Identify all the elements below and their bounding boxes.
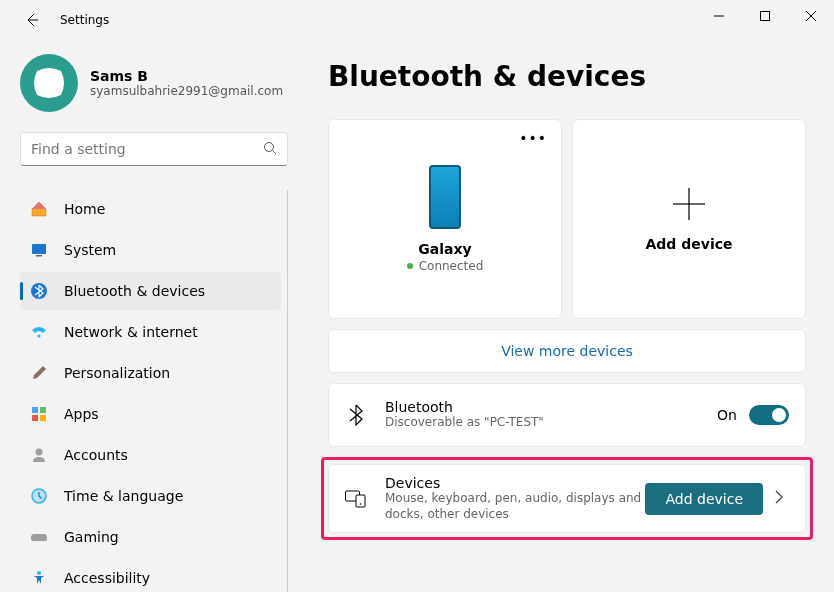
minimize-button[interactable] <box>696 0 742 32</box>
bluetooth-icon <box>345 404 367 426</box>
sidebar-item-label: Accounts <box>64 447 128 463</box>
svg-rect-20 <box>356 495 365 507</box>
sidebar-item-accessibility[interactable]: Accessibility <box>20 559 281 592</box>
sidebar-item-label: Time & language <box>64 488 183 504</box>
brush-icon <box>30 364 48 382</box>
devices-row[interactable]: Devices Mouse, keyboard, pen, audio, dis… <box>328 464 806 533</box>
sidebar-item-gaming[interactable]: Gaming <box>20 518 281 556</box>
bluetooth-toggle[interactable] <box>749 405 789 425</box>
sidebar-item-bluetooth[interactable]: Bluetooth & devices <box>20 272 281 310</box>
sidebar-item-label: Bluetooth & devices <box>64 283 205 299</box>
sidebar-item-label: Apps <box>64 406 99 422</box>
svg-rect-1 <box>761 12 770 21</box>
sidebar-item-personalization[interactable]: Personalization <box>20 354 281 392</box>
svg-line-5 <box>273 150 277 154</box>
close-button[interactable] <box>788 0 834 32</box>
svg-rect-13 <box>40 415 46 421</box>
search-icon <box>263 140 277 159</box>
bluetooth-toggle-row[interactable]: Bluetooth Discoverable as "PC-TEST" On <box>328 383 806 447</box>
wifi-icon <box>30 323 48 341</box>
nav-list: Home System Bluetooth & devices Network … <box>20 190 288 592</box>
svg-point-9 <box>38 335 41 338</box>
sidebar-item-label: Personalization <box>64 365 170 381</box>
home-icon <box>30 200 48 218</box>
svg-point-14 <box>36 449 43 456</box>
accessibility-icon <box>30 569 48 587</box>
svg-rect-12 <box>32 415 38 421</box>
sidebar-item-label: Gaming <box>64 529 119 545</box>
devices-title: Devices <box>385 475 645 491</box>
chevron-right-icon[interactable] <box>775 489 789 508</box>
toggle-label: On <box>717 407 737 423</box>
devices-icon <box>345 490 367 508</box>
page-title: Bluetooth & devices <box>328 60 806 93</box>
svg-rect-11 <box>40 407 46 413</box>
svg-point-16 <box>37 571 41 575</box>
gamepad-icon <box>30 528 48 546</box>
sidebar-item-label: Home <box>64 201 105 217</box>
svg-rect-7 <box>36 255 42 257</box>
sidebar-item-apps[interactable]: Apps <box>20 395 281 433</box>
bluetooth-icon <box>30 282 48 300</box>
more-icon[interactable]: ••• <box>519 130 547 146</box>
devices-sub: Mouse, keyboard, pen, audio, displays an… <box>385 491 645 522</box>
sidebar-item-label: Network & internet <box>64 324 198 340</box>
device-name: Galaxy <box>418 241 471 257</box>
search-box[interactable] <box>20 132 288 166</box>
view-more-devices-button[interactable]: View more devices <box>328 329 806 373</box>
sidebar-item-network[interactable]: Network & internet <box>20 313 281 351</box>
add-device-label: Add device <box>646 236 733 252</box>
svg-rect-6 <box>32 244 46 254</box>
globe-icon <box>30 487 48 505</box>
sidebar-item-time[interactable]: Time & language <box>20 477 281 515</box>
sidebar-item-label: System <box>64 242 116 258</box>
highlight-box: Devices Mouse, keyboard, pen, audio, dis… <box>321 457 813 540</box>
sidebar-item-home[interactable]: Home <box>20 190 281 228</box>
device-card[interactable]: ••• Galaxy Connected <box>328 119 562 319</box>
back-button[interactable] <box>20 8 44 32</box>
add-device-button[interactable]: Add device <box>645 483 763 515</box>
device-status: Connected <box>407 259 484 273</box>
search-input[interactable] <box>31 141 263 157</box>
svg-point-4 <box>265 142 274 151</box>
add-device-card[interactable]: Add device <box>572 119 806 319</box>
phone-icon <box>429 165 461 229</box>
svg-rect-10 <box>32 407 38 413</box>
avatar <box>20 54 78 112</box>
svg-point-21 <box>360 503 362 505</box>
sidebar-item-system[interactable]: System <box>20 231 281 269</box>
bluetooth-title: Bluetooth <box>385 399 717 415</box>
apps-icon <box>30 405 48 423</box>
system-icon <box>30 241 48 259</box>
person-icon <box>30 446 48 464</box>
sidebar-item-label: Accessibility <box>64 570 150 586</box>
bluetooth-sub: Discoverable as "PC-TEST" <box>385 415 717 431</box>
sidebar-item-accounts[interactable]: Accounts <box>20 436 281 474</box>
app-title: Settings <box>60 13 109 27</box>
user-name: Sams B <box>90 68 283 84</box>
user-block[interactable]: Sams B syamsulbahrie2991@gmail.com <box>20 54 288 112</box>
plus-icon <box>671 186 707 222</box>
user-email: syamsulbahrie2991@gmail.com <box>90 84 283 98</box>
maximize-button[interactable] <box>742 0 788 32</box>
